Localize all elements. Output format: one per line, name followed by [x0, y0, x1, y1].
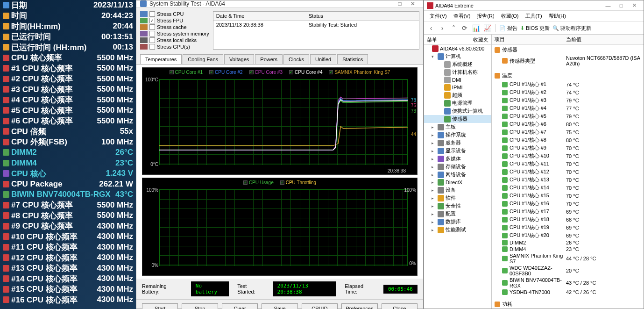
menu-item[interactable]: 收藏(O) — [498, 12, 522, 21]
stress-option[interactable]: Stress local disks — [140, 37, 209, 43]
refresh-icon[interactable]: ⟳ — [460, 24, 469, 32]
tree-item[interactable]: 传感器 — [424, 115, 491, 123]
tree-item[interactable]: 便携式计算机 — [424, 107, 491, 115]
expander-icon[interactable]: ▸ — [432, 212, 436, 216]
tree-item[interactable]: 系统概述 — [424, 60, 491, 68]
cpuid-button[interactable]: CPUID — [302, 303, 338, 309]
menu-item[interactable]: 报告(R) — [474, 12, 497, 21]
window-titlebar[interactable]: System Stability Test - AIDA64 — □ ✕ — [136, 0, 423, 7]
minimize-button[interactable]: — — [380, 0, 393, 7]
close-button[interactable]: ✕ — [628, 2, 641, 8]
expander-icon[interactable]: ▸ — [432, 125, 436, 129]
expander-icon[interactable]: ▸ — [432, 188, 436, 193]
checkbox[interactable] — [149, 11, 155, 17]
expander-icon[interactable]: ▸ — [432, 157, 436, 161]
tab-clocks[interactable]: Clocks — [283, 54, 309, 64]
tab-cooling-fans[interactable]: Cooling Fans — [183, 54, 223, 64]
stress-option[interactable]: ✓Stress FPU — [140, 18, 209, 23]
tree-item[interactable]: ▸DirectX — [424, 179, 491, 186]
legend-item[interactable]: ✓SAMNIX Phantom King S7 — [329, 70, 390, 75]
checkbox[interactable] — [149, 24, 155, 30]
checkbox[interactable]: ✓ — [149, 18, 155, 23]
tree-tab-fav[interactable]: 收藏夹 — [473, 36, 488, 43]
tree-item[interactable]: ▸设备 — [424, 186, 491, 194]
stop-button[interactable]: Stop — [182, 303, 218, 309]
legend-checkbox[interactable]: ✓ — [249, 70, 254, 74]
maximize-button[interactable]: □ — [615, 3, 628, 8]
bios-update-button[interactable]: ⬇BIOS 更新 — [520, 25, 550, 32]
expander-icon[interactable]: ▸ — [432, 180, 436, 185]
legend-item[interactable]: ✓CPU Usage — [243, 180, 274, 185]
expander-icon[interactable]: ▸ — [432, 149, 436, 153]
tree-item[interactable]: 超频 — [424, 91, 491, 99]
legend-item[interactable]: ✓CPU Core #4 — [289, 70, 322, 75]
legend-checkbox[interactable]: ✓ — [243, 180, 248, 185]
driver-update-button[interactable]: 🔍驱动程序更新 — [552, 25, 591, 32]
tab-unified[interactable]: Unified — [310, 54, 336, 64]
preferences-button[interactable]: Preferences — [341, 303, 377, 309]
stress-option[interactable]: Stress cache — [140, 24, 209, 30]
expander-icon[interactable]: ▸ — [432, 165, 436, 169]
close-button[interactable]: ✕ — [406, 0, 419, 7]
tree-item[interactable]: ▸网络设备 — [424, 171, 491, 179]
maximize-button[interactable]: □ — [393, 0, 406, 7]
report-button[interactable]: 📄报告 — [499, 25, 517, 32]
legend-checkbox[interactable]: ✓ — [170, 70, 174, 74]
menu-item[interactable]: 文件(V) — [427, 12, 450, 21]
legend-item[interactable]: ✓CPU Core #2 — [209, 70, 242, 75]
tree-item[interactable]: DMI — [424, 76, 491, 84]
checkbox[interactable] — [149, 31, 155, 36]
expander-icon[interactable]: ▸ — [432, 196, 436, 201]
clear-button[interactable]: Clear — [222, 303, 258, 309]
tree-item[interactable]: ▸存储设备 — [424, 163, 491, 171]
tree-item[interactable]: ▸操作系统 — [424, 131, 491, 139]
tab-temperatures[interactable]: Temperatures — [140, 54, 182, 64]
tree-item[interactable]: ▸服务器 — [424, 139, 491, 147]
legend-checkbox[interactable]: ✓ — [329, 70, 333, 74]
tree-item[interactable]: ▸显示设备 — [424, 147, 491, 155]
menu-item[interactable]: 工具(T) — [523, 12, 545, 21]
expander-icon[interactable]: ▸ — [432, 141, 436, 145]
chart-icon[interactable]: 📈 — [483, 24, 491, 32]
stress-option[interactable]: Stress GPU(s) — [140, 44, 209, 50]
tab-powers[interactable]: Powers — [255, 54, 283, 64]
expander-icon[interactable]: ▸ — [432, 220, 436, 224]
report-icon[interactable]: 📊 — [472, 24, 480, 32]
legend-checkbox[interactable]: ✓ — [280, 180, 284, 185]
tree-tab-menu[interactable]: 菜单 — [427, 36, 473, 43]
tree-item[interactable]: ▸软件 — [424, 194, 491, 202]
forward-icon[interactable]: › — [438, 24, 446, 32]
legend-item[interactable]: ✓CPU Throttling — [280, 180, 316, 185]
expander-icon[interactable]: ▾ — [432, 54, 436, 59]
menu-item[interactable]: 帮助(H) — [546, 12, 569, 21]
tree-item[interactable]: 电源管理 — [424, 99, 491, 107]
tab-statistics[interactable]: Statistics — [337, 54, 368, 64]
stress-option[interactable]: Stress CPU — [140, 11, 209, 17]
tree-item[interactable]: 计算机名称 — [424, 68, 491, 76]
legend-item[interactable]: ✓CPU Core #3 — [249, 70, 283, 75]
minimize-button[interactable]: — — [602, 3, 615, 8]
start-button[interactable]: Start — [142, 303, 178, 309]
up-icon[interactable]: ˄ — [449, 24, 458, 32]
tree-item[interactable]: AIDA64 v6.80.6200 — [424, 45, 491, 52]
tree-item[interactable]: ▸主板 — [424, 123, 491, 131]
expander-icon[interactable]: ▸ — [432, 133, 436, 137]
tree-item[interactable]: ▾计算机 — [424, 52, 491, 60]
close-button[interactable]: Close — [382, 303, 418, 309]
stress-option[interactable]: Stress system memory — [140, 31, 209, 36]
checkbox[interactable] — [149, 44, 155, 50]
tab-voltages[interactable]: Voltages — [224, 54, 254, 64]
legend-checkbox[interactable]: ✓ — [289, 70, 293, 74]
tree-item[interactable]: ▸多媒体 — [424, 155, 491, 163]
expander-icon[interactable]: ▸ — [432, 228, 436, 232]
tree-item[interactable]: ▸安全性 — [424, 202, 491, 210]
tree-item[interactable]: IPMI — [424, 84, 491, 91]
legend-checkbox[interactable]: ✓ — [209, 70, 213, 74]
tree-item[interactable]: ▸性能测试 — [424, 226, 491, 234]
legend-item[interactable]: ✓CPU Core #1 — [170, 70, 203, 75]
aida-titlebar[interactable]: AIDA64 Extreme — □ ✕ — [424, 0, 644, 11]
expander-icon[interactable]: ▸ — [432, 172, 436, 177]
tree-item[interactable]: ▸配置 — [424, 210, 491, 218]
save-button[interactable]: Save — [262, 303, 297, 309]
menu-item[interactable]: 查看(V) — [451, 12, 474, 21]
